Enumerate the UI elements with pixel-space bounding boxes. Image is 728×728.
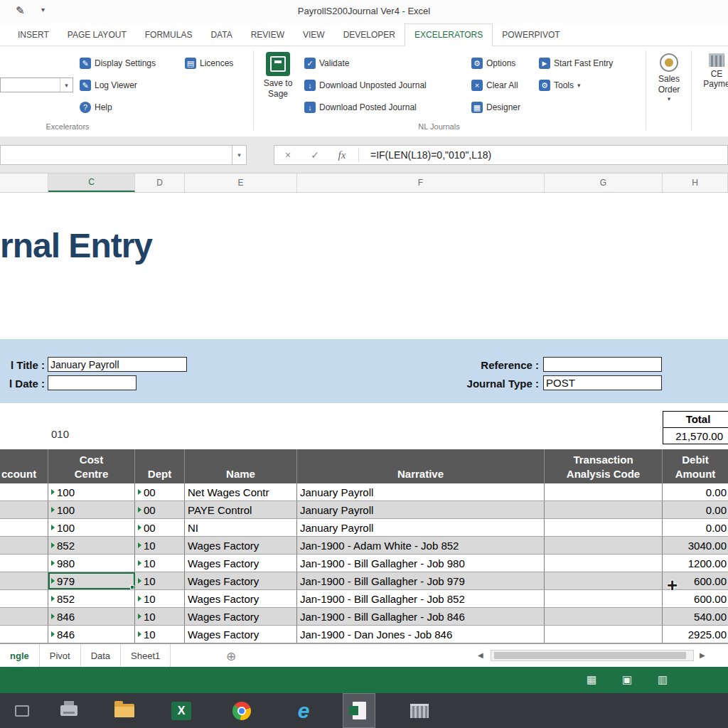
cell-narrative[interactable]: Jan-1900 - Bill Gallagher - Job 979	[297, 572, 545, 589]
cell-debit-amount[interactable]: 1200.00	[663, 555, 728, 572]
insert-function-icon[interactable]: fx	[328, 149, 355, 161]
download-posted-journal-button[interactable]: ↓ Download Posted Journal	[304, 100, 417, 115]
column-header[interactable]: F	[297, 173, 545, 192]
cell-analysis-code[interactable]	[545, 626, 663, 643]
ribbon-tab[interactable]: POWERPIVOT	[493, 23, 569, 46]
display-settings-button[interactable]: ✎ Display Settings	[80, 55, 156, 71]
cell-dept[interactable]: 10	[135, 590, 185, 607]
cell-narrative[interactable]: Jan-1900 - Adam White - Job 852	[297, 537, 545, 554]
cell-narrative[interactable]: Jan-1900 - Bill Gallagher - Job 852	[297, 590, 545, 607]
cell-analysis-code[interactable]	[545, 537, 663, 554]
download-unposted-journal-button[interactable]: ↓ Download Unposted Journal	[304, 77, 427, 93]
clear-all-button[interactable]: × Clear All	[471, 77, 518, 93]
start-fast-entry-button[interactable]: ► Start Fast Entry	[539, 55, 613, 71]
ribbon-tab[interactable]: VIEW	[294, 23, 334, 46]
cell-analysis-code[interactable]	[545, 572, 663, 589]
validate-button[interactable]: ✓ Validate	[304, 55, 349, 71]
cell-dept[interactable]: 00	[135, 519, 185, 536]
cell-analysis-code[interactable]	[545, 519, 663, 536]
chrome-taskbar-button[interactable]	[225, 693, 258, 728]
ribbon-tab[interactable]: DEVELOPER	[334, 23, 405, 46]
cell-analysis-code[interactable]	[545, 555, 663, 572]
cell-debit-amount[interactable]: 2925.00	[663, 626, 728, 643]
cell-cost-centre[interactable]: 980	[48, 555, 135, 572]
cell-analysis-code[interactable]	[545, 501, 663, 518]
cell-cost-centre[interactable]: 100	[48, 519, 135, 536]
cell-cost-centre[interactable]: 979	[48, 572, 135, 589]
column-header[interactable]: D	[135, 173, 185, 192]
cell-debit-amount[interactable]: 0.00	[663, 483, 728, 500]
file-explorer-taskbar-button[interactable]	[108, 693, 141, 728]
help-button[interactable]: ? Help	[80, 100, 112, 115]
cell-cost-centre[interactable]: 852	[48, 537, 135, 554]
cell-name[interactable]: Wages Factory	[185, 572, 297, 589]
chevron-down-icon[interactable]: ▾	[60, 78, 73, 92]
enter-icon[interactable]: ✓	[301, 149, 328, 161]
journal-date-input[interactable]	[48, 375, 136, 390]
name-box[interactable]	[0, 145, 232, 165]
formula-input-area[interactable]: × ✓ fx =IF(LEN(L18)=0,"010",L18)	[274, 145, 728, 165]
cell-debit-amount[interactable]: 0.00	[663, 501, 728, 518]
cell-name[interactable]: Wages Factory	[185, 608, 297, 625]
cell-dept[interactable]: 10	[135, 537, 185, 554]
excel-taskbar-button[interactable]: X	[165, 693, 198, 728]
licences-button[interactable]: ▤ Licences	[185, 55, 233, 71]
sheet-tab[interactable]: Data	[81, 644, 121, 667]
cell-narrative[interactable]: Jan-1900 - Bill Gallagher - Job 980	[297, 555, 545, 572]
cell-account[interactable]	[0, 572, 48, 589]
cell-account[interactable]	[0, 626, 48, 643]
cell-name[interactable]: Wages Factory	[185, 626, 297, 643]
cell-cost-centre[interactable]: 846	[48, 608, 135, 625]
column-header[interactable]: C	[48, 173, 135, 192]
tools-button[interactable]: ⚙ Tools ▾	[539, 77, 581, 93]
reference-input[interactable]	[543, 357, 662, 372]
cell-analysis-code[interactable]	[545, 608, 663, 625]
column-header-spacer[interactable]	[0, 173, 48, 193]
ribbon-tab[interactable]: REVIEW	[242, 23, 294, 46]
cell-cost-centre[interactable]: 846	[48, 626, 135, 643]
column-header[interactable]: H	[663, 173, 728, 192]
cell-name[interactable]: Wages Factory	[185, 537, 297, 554]
horizontal-scrollbar[interactable]	[491, 650, 694, 661]
cell-dept[interactable]: 00	[135, 483, 185, 500]
ce-payments-button[interactable]: CE Payme	[695, 53, 728, 89]
cell-name[interactable]: PAYE Control	[185, 501, 297, 518]
system-icon[interactable]	[6, 693, 38, 728]
page-layout-view-icon[interactable]: ▣	[622, 673, 632, 686]
cell-debit-amount[interactable]: 540.00	[663, 608, 728, 625]
designer-button[interactable]: ▦ Designer	[471, 100, 520, 115]
scroll-left-icon[interactable]: ◀	[478, 651, 483, 659]
cell-name[interactable]: Wages Factory	[185, 555, 297, 572]
cell-narrative[interactable]: Jan-1900 - Bill Gallagher - Job 846	[297, 608, 545, 625]
internet-explorer-taskbar-button[interactable]: e	[287, 693, 320, 728]
cell-account[interactable]	[0, 555, 48, 572]
normal-view-icon[interactable]: ▦	[587, 673, 596, 686]
cell-account[interactable]	[0, 483, 48, 500]
devices-taskbar-button[interactable]	[53, 693, 85, 728]
ribbon-tab[interactable]: INSERT	[9, 23, 58, 46]
sheet-tab[interactable]: ngle	[0, 644, 40, 667]
page-break-view-icon[interactable]: ▥	[658, 673, 668, 686]
excelerators-combo[interactable]: ▾	[0, 77, 73, 92]
cell-narrative[interactable]: Jan-1900 - Dan Jones - Job 846	[297, 626, 545, 643]
new-sheet-icon[interactable]: ⊕	[226, 649, 236, 664]
options-button[interactable]: ⚙ Options	[471, 55, 515, 71]
cancel-icon[interactable]: ×	[274, 149, 301, 161]
cell-debit-amount[interactable]: 3040.00	[663, 537, 728, 554]
cell-name[interactable]: NI	[185, 519, 297, 536]
ribbon-tab[interactable]: DATA	[201, 23, 241, 46]
cell-narrative[interactable]: January Payroll	[297, 519, 545, 536]
cell-account[interactable]	[0, 501, 48, 518]
cell-name[interactable]: Wages Factory	[185, 590, 297, 607]
scroll-right-icon[interactable]: ▶	[700, 651, 705, 659]
cell-analysis-code[interactable]	[545, 590, 663, 607]
cell-account[interactable]	[0, 608, 48, 625]
cell-narrative[interactable]: January Payroll	[297, 483, 545, 500]
log-viewer-button[interactable]: ✎ Log Viewer	[80, 77, 137, 93]
cell-account[interactable]	[0, 537, 48, 554]
cell-analysis-code[interactable]	[545, 483, 663, 500]
sheet-tab[interactable]: Pivot	[40, 644, 81, 667]
formula-text[interactable]: =IF(LEN(L18)=0,"010",L18)	[362, 149, 491, 161]
column-header[interactable]: E	[185, 173, 297, 192]
ribbon-tab[interactable]: EXCELERATORS	[405, 23, 493, 46]
